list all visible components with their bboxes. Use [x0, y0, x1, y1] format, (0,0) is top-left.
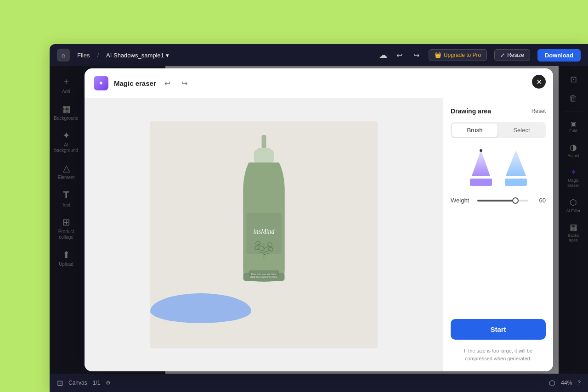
modal-title: Magic eraser	[114, 79, 156, 87]
weight-slider[interactable]	[477, 200, 528, 202]
start-button[interactable]: Start	[451, 319, 546, 340]
brush-dot	[480, 149, 482, 152]
svg-rect-3	[254, 152, 274, 162]
modal-body: insMind	[85, 98, 553, 371]
soft-brush-shape	[467, 149, 495, 177]
soft-brush-preview[interactable]	[467, 149, 495, 186]
modal-icon-glyph: ✦	[98, 79, 104, 87]
app-window: ⌂ Files / AI Shadows_sample1 ▾ ☁ ↩ ↪ 👑 U…	[50, 44, 588, 392]
filename-chevron-icon: ▾	[166, 52, 169, 59]
weight-row: Weight 60	[451, 197, 546, 204]
drawing-area-header: Drawing area Reset	[451, 107, 546, 115]
upgrade-label: Upgrade to Pro	[444, 52, 481, 58]
svg-rect-0	[262, 135, 266, 149]
upgrade-button[interactable]: 👑 Upgrade to Pro	[429, 49, 487, 61]
svg-marker-23	[506, 150, 526, 176]
layers-bottom-icon[interactable]: ⊡	[57, 379, 63, 387]
filename-text: AI Shadows_sample1	[106, 52, 164, 59]
modal-magic-eraser-icon: ✦	[94, 76, 108, 90]
settings-bottom-icon[interactable]: ⚙	[106, 380, 111, 386]
reset-button[interactable]: Reset	[531, 108, 546, 114]
help-icon[interactable]: ?	[577, 380, 581, 386]
modal: ✦ Magic eraser ↩ ↪ ✕	[85, 68, 553, 371]
svg-text:insMind: insMind	[254, 228, 275, 235]
modal-close-button[interactable]: ✕	[532, 75, 546, 89]
canvas-container[interactable]: insMind	[150, 121, 378, 348]
weight-label: Weight	[451, 197, 473, 204]
select-tab[interactable]: Select	[499, 123, 544, 137]
resize-icon: ⤢	[500, 52, 505, 58]
modal-header: ✦ Magic eraser ↩ ↪ ✕	[85, 68, 553, 98]
home-icon: ⌂	[62, 51, 65, 59]
undo-button[interactable]: ↩	[395, 49, 404, 62]
mode-tabs: Brush Select	[451, 122, 546, 138]
weight-thumb[interactable]	[512, 197, 519, 204]
product-image: insMind	[221, 135, 306, 309]
modal-overlay: ✦ Magic eraser ↩ ↪ ✕	[50, 66, 588, 374]
download-button[interactable]: Download	[537, 49, 581, 62]
hard-brush-chip	[505, 179, 527, 186]
hard-brush-preview[interactable]	[502, 149, 530, 186]
hard-brush-shape	[502, 149, 530, 177]
export-icon[interactable]: ⬡	[549, 379, 555, 387]
modal-redo-button[interactable]: ↪	[179, 77, 190, 90]
hard-brush-svg	[502, 149, 530, 177]
topbar: ⌂ Files / AI Shadows_sample1 ▾ ☁ ↩ ↪ 👑 U…	[50, 44, 588, 66]
svg-marker-22	[472, 150, 490, 176]
weight-value: 60	[533, 197, 546, 204]
modal-undo-button[interactable]: ↩	[162, 77, 173, 90]
home-button[interactable]: ⌂	[57, 49, 70, 62]
redo-button[interactable]: ↪	[412, 49, 421, 62]
modal-canvas: insMind	[85, 98, 443, 371]
soft-brush-svg	[467, 149, 495, 177]
spacer	[451, 211, 546, 312]
svg-text:Help with experience More: Help with experience More	[250, 275, 277, 278]
breadcrumb-separator: /	[97, 52, 99, 59]
cloud-save-icon[interactable]: ☁	[379, 50, 387, 60]
brush-previews	[451, 146, 546, 190]
modal-settings-panel: Drawing area Reset Brush Select	[443, 98, 553, 371]
resize-label: Resize	[507, 52, 524, 58]
canvas-label: Canvas	[68, 380, 87, 386]
page-info: 1/1	[93, 380, 101, 386]
filename-button[interactable]: AI Shadows_sample1 ▾	[106, 52, 169, 59]
brush-tab[interactable]: Brush	[452, 123, 498, 137]
crown-icon: 👑	[435, 52, 441, 58]
bottom-bar: ⊡ Canvas 1/1 ⚙ ⬡ 44% ?	[50, 374, 588, 392]
soft-brush-chip	[470, 179, 492, 186]
drawing-area-title: Drawing area	[451, 107, 491, 115]
zoom-percent: 44%	[561, 380, 572, 386]
compress-note: If the size is too large, it will be com…	[451, 347, 546, 362]
files-button[interactable]: Files	[77, 52, 90, 59]
resize-button[interactable]: ⤢ Resize	[494, 49, 530, 61]
